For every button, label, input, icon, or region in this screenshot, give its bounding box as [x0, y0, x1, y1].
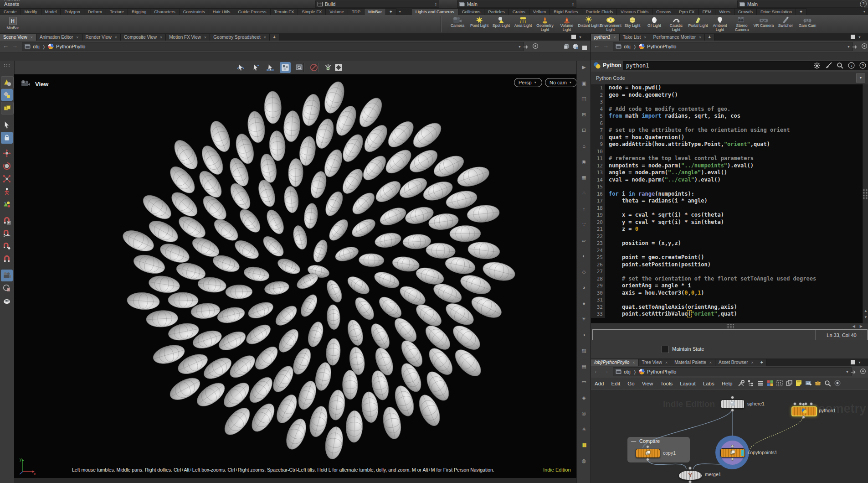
node-copy1[interactable] — [636, 449, 660, 458]
code-line[interactable]: 25 point = geo.createPoint() — [591, 254, 863, 261]
close-tab-icon[interactable]: × — [699, 34, 701, 41]
shelf-tab-characters[interactable]: Characters — [150, 8, 179, 15]
close-tab-icon[interactable]: × — [76, 34, 78, 41]
nav-forward-icon[interactable]: → — [603, 368, 609, 374]
close-tab-icon[interactable]: × — [115, 34, 117, 41]
code-line[interactable]: 3 — [591, 99, 863, 106]
pin-icon[interactable] — [852, 43, 858, 52]
select-arrow-tool-icon[interactable] — [250, 62, 261, 73]
input-connector[interactable] — [688, 467, 692, 470]
scroll-left-icon[interactable]: ◀ — [853, 324, 855, 328]
shelf-tab-create[interactable]: Create — [0, 8, 21, 15]
shelf-tab-fem[interactable]: FEM — [699, 8, 715, 15]
nav-back-icon[interactable]: ← — [594, 42, 600, 49]
code-line[interactable]: 2geo = node.geometry() — [591, 92, 863, 99]
net-menu-layout[interactable]: Layout — [676, 381, 699, 386]
code-line[interactable]: 12numpoints = node.parm("../numpoints").… — [591, 162, 863, 170]
tumble-tool-icon[interactable] — [235, 62, 246, 73]
pane-menu-icon[interactable]: ▼ — [579, 36, 582, 39]
code-line[interactable]: 9geo.addAttrib(hou.attribType.Point,"ori… — [591, 141, 863, 148]
code-line[interactable]: 16for i in range(numpoints): — [591, 191, 863, 198]
shelf-tool-geometry-light[interactable]: Geometry Light — [534, 16, 556, 33]
code-line[interactable]: 4# Add code to modify contents of geo. — [591, 106, 863, 113]
shelf-tool-stereo-camera[interactable]: Stereo Camera — [731, 16, 753, 33]
code-line[interactable]: 17 theta = radians(i * angle) — [591, 197, 863, 205]
code-editor[interactable]: 1node = hou.pwd()2geo = node.geometry()3… — [591, 84, 863, 323]
tab-add[interactable]: + — [705, 34, 714, 41]
chevron-down-icon[interactable]: ▼ — [847, 45, 850, 48]
frame-all-icon[interactable]: ⊞ — [580, 111, 588, 119]
message-field[interactable] — [593, 330, 816, 341]
shelf-tab-particle-fluids[interactable]: Particle Fluids — [582, 8, 617, 15]
code-line[interactable]: 30 axis = hou.Vector3(0,0,1) — [591, 290, 863, 297]
input-connector[interactable] — [731, 396, 734, 399]
code-line[interactable]: 7# set up the attribute for the orientat… — [591, 127, 863, 134]
flipbook-icon[interactable]: ▦ — [580, 174, 588, 182]
pane-maximize-icon[interactable] — [851, 35, 855, 39]
shelf-tab-deform[interactable]: Deform — [84, 8, 106, 15]
shelf-tool-environment-light[interactable]: Environment Light — [600, 16, 621, 33]
shelf-tool-point-light[interactable]: Point Light — [468, 16, 490, 33]
code-line[interactable]: 23 position = (x,y,z) — [591, 240, 863, 247]
tab-performance-monitor[interactable]: Performance Monitor× — [650, 34, 705, 41]
shelf-tab-rigid-bodies[interactable]: Rigid Bodies — [550, 8, 582, 15]
shelf-tool-spot-light[interactable]: Spot Light — [490, 16, 512, 33]
wire-copy1-to-merge1[interactable] — [647, 458, 686, 469]
code-line[interactable]: 19 x = cval * sqrt(i) * cos(theta) — [591, 212, 863, 219]
scroll-up-icon[interactable]: ▲ — [864, 309, 868, 313]
shelf-tool-switcher[interactable]: Switcher — [775, 16, 796, 33]
follow-target-icon[interactable] — [860, 368, 866, 376]
path-node[interactable]: PythonPhyllo — [647, 369, 676, 374]
scroll-down-icon[interactable]: ▼ — [864, 315, 868, 319]
primitives-select-mode-icon[interactable] — [1, 102, 14, 114]
objects-select-mode-icon[interactable] — [1, 76, 14, 89]
link-cube-icon[interactable] — [563, 43, 570, 52]
search-icon[interactable] — [824, 380, 831, 388]
camera-view-icon[interactable]: ◫ — [580, 95, 588, 103]
nav-back-icon[interactable]: ← — [3, 42, 9, 49]
shelf-tab-oceans[interactable]: Oceans — [652, 8, 675, 15]
shelf-tab-collisions[interactable]: Collisions — [458, 8, 485, 15]
node-sphere1[interactable] — [721, 400, 745, 409]
tab-python1[interactable]: python1× — [591, 34, 620, 41]
output-connector[interactable] — [731, 457, 734, 461]
wire-python1-to-copytopoints1[interactable] — [750, 415, 803, 451]
code-line[interactable]: 8quat = hou.Quaternion() — [591, 134, 863, 141]
handles-tool-icon[interactable] — [1, 198, 13, 210]
path-node[interactable]: PythonPhyllo — [647, 44, 676, 49]
shelf-tab-modify[interactable]: Modify — [21, 8, 41, 15]
code-line[interactable]: 1node = hou.pwd() — [591, 84, 863, 92]
snap-grid-magnet-icon[interactable] — [1, 215, 13, 227]
shelf-tool-vr-camera[interactable]: VR Camera — [753, 16, 775, 33]
render-view-icon[interactable]: ◍ — [580, 457, 588, 465]
spinner-icon[interactable]: ▲▼ — [569, 2, 574, 6]
snap-point-magnet-icon[interactable] — [1, 240, 13, 252]
tab-add[interactable]: + — [270, 34, 279, 41]
shelf-tab-particles[interactable]: Particles — [484, 8, 508, 15]
shelf-tool-sky-light[interactable]: Sky Light — [621, 16, 643, 33]
list-icon[interactable] — [757, 380, 764, 387]
node-merge1[interactable] — [678, 470, 702, 480]
search-icon[interactable] — [837, 62, 843, 71]
snapshot-icon[interactable]: ◉ — [580, 158, 588, 166]
code-line[interactable]: 18 — [591, 205, 863, 212]
code-line[interactable]: 22 — [591, 233, 863, 240]
camera-selector[interactable]: No cam▼ — [545, 78, 576, 87]
horizontal-scrollbar[interactable]: ◀ ▶ — [591, 323, 868, 330]
shelf-tab-tdp[interactable]: TDP — [348, 8, 365, 15]
shelf-tab-wires[interactable]: Wires — [715, 8, 734, 15]
link-square-icon[interactable] — [582, 44, 587, 52]
tab-asset-browser[interactable]: Asset Browser× — [715, 359, 757, 366]
maintain-state-checkbox[interactable] — [662, 346, 669, 353]
shelf-tab-volume[interactable]: Volume — [326, 8, 348, 15]
code-line[interactable]: 13angle = node.parm("../angle").eval() — [591, 169, 863, 177]
output-connector[interactable] — [688, 480, 692, 483]
eye-icon[interactable] — [834, 380, 841, 387]
close-tab-icon[interactable]: × — [632, 359, 635, 366]
follow-target-icon[interactable] — [532, 43, 539, 51]
close-tab-icon[interactable]: × — [751, 359, 754, 366]
path-root[interactable]: obj — [33, 44, 40, 49]
pose-tool-icon[interactable] — [1, 186, 13, 197]
close-tab-icon[interactable]: × — [644, 34, 646, 41]
shelf-tab-guide-process[interactable]: Guide Process — [234, 8, 270, 15]
